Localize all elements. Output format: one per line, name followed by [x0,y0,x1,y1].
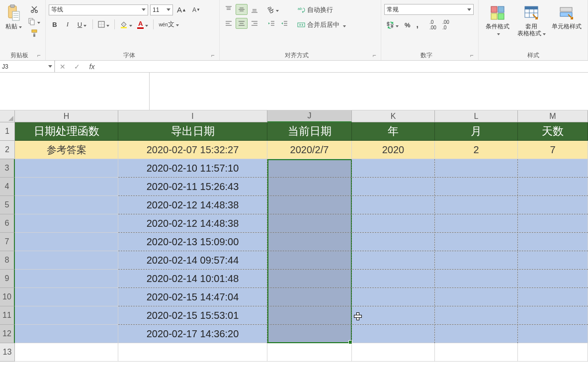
row-header-9[interactable]: 9 [0,270,15,288]
row-header-2[interactable]: 2 [0,141,15,159]
cell-M8[interactable] [518,251,588,270]
cell-H5[interactable] [15,196,118,214]
cell-K13[interactable] [352,343,435,362]
column-header-H[interactable]: H [15,110,118,122]
paste-button[interactable]: 粘贴 [3,2,24,31]
cell-M11[interactable] [518,306,588,325]
cell-J2[interactable]: 2020/2/7 [267,141,352,159]
dialog-launcher-icon[interactable]: ⌐ [371,52,378,59]
cell-K7[interactable] [352,233,435,251]
cell-J13[interactable] [267,343,352,362]
row-header-7[interactable]: 7 [0,233,15,251]
cell-I6[interactable]: 2020-02-12 14:48:38 [118,214,267,233]
cell-H4[interactable] [15,178,118,196]
increase-decimal-button[interactable]: .0.00 [427,18,438,32]
cell-K12[interactable] [352,325,435,343]
select-all-corner[interactable] [0,110,15,122]
cell-L5[interactable] [435,196,518,214]
cell-J10[interactable] [267,288,352,306]
cell-J8[interactable] [267,251,352,270]
cell-M2[interactable]: 7 [518,141,588,159]
cell-L11[interactable] [435,306,518,325]
format-as-table-button[interactable]: 套用 表格格式 [514,2,548,38]
cell-K9[interactable] [352,270,435,288]
cancel-formula-button[interactable]: ✕ [55,61,70,73]
decrease-indent-button[interactable] [265,18,277,29]
increase-font-button[interactable]: A▲ [175,4,188,15]
cell-I7[interactable]: 2020-02-13 15:09:00 [118,233,267,251]
increase-indent-button[interactable] [278,18,290,29]
cell-M3[interactable] [518,159,588,178]
cell-I11[interactable]: 2020-02-15 15:53:01 [118,306,267,325]
cell-H7[interactable] [15,233,118,251]
dialog-launcher-icon[interactable]: ⌐ [209,52,216,59]
cell-L12[interactable] [435,325,518,343]
cell-I8[interactable]: 2020-02-14 09:57:44 [118,251,267,270]
comma-button[interactable]: , [415,19,420,31]
insert-function-button[interactable]: fx [84,61,99,73]
cell-L3[interactable] [435,159,518,178]
cell-I10[interactable]: 2020-02-15 14:47:04 [118,288,267,306]
bold-button[interactable]: B [49,19,61,30]
cell-K5[interactable] [352,196,435,214]
cell-M4[interactable] [518,178,588,196]
row-header-1[interactable]: 1 [0,122,15,141]
align-left-button[interactable] [223,18,235,29]
cell-M1[interactable]: 天数 [518,122,588,141]
cell-L13[interactable] [435,343,518,362]
font-size-combo[interactable]: 11 [150,4,173,15]
cell-M10[interactable] [518,288,588,306]
wrap-text-button[interactable]: ab 自动换行 [295,4,350,16]
cell-H11[interactable] [15,306,118,325]
cell-I2[interactable]: 2020-02-07 15:32:27 [118,141,267,159]
cell-I5[interactable]: 2020-02-12 14:48:38 [118,196,267,214]
cell-L9[interactable] [435,270,518,288]
cell-H13[interactable] [15,343,118,362]
cell-L2[interactable]: 2 [435,141,518,159]
cell-J12[interactable] [267,325,352,343]
cell-H12[interactable] [15,325,118,343]
cell-I13[interactable] [118,343,267,362]
column-header-J[interactable]: J [267,110,352,122]
percent-button[interactable]: % [403,20,413,30]
cell-I1[interactable]: 导出日期 [118,122,267,141]
cell-L8[interactable] [435,251,518,270]
row-header-12[interactable]: 12 [0,325,15,343]
row-header-5[interactable]: 5 [0,196,15,214]
cell-I4[interactable]: 2020-02-11 15:26:43 [118,178,267,196]
cut-button[interactable] [26,4,42,15]
cell-J5[interactable] [267,196,352,214]
column-header-I[interactable]: I [118,110,267,122]
cell-J11[interactable] [267,306,352,325]
cell-L10[interactable] [435,288,518,306]
column-header-L[interactable]: L [435,110,518,122]
cell-H9[interactable] [15,270,118,288]
cell-I12[interactable]: 2020-02-17 14:36:20 [118,325,267,343]
align-bottom-button[interactable] [249,4,260,15]
number-format-combo[interactable]: 常规 [384,4,474,15]
cell-K2[interactable]: 2020 [352,141,435,159]
row-header-3[interactable]: 3 [0,159,15,178]
cell-K3[interactable] [352,159,435,178]
cell-H10[interactable] [15,288,118,306]
dialog-launcher-icon[interactable]: ⌐ [468,52,475,59]
cell-K1[interactable]: 年 [352,122,435,141]
cell-M7[interactable] [518,233,588,251]
format-painter-button[interactable] [26,28,42,39]
decrease-font-button[interactable]: A▼ [190,5,202,15]
cell-J1[interactable]: 当前日期 [267,122,352,141]
merge-center-button[interactable]: 合并后居中 [295,19,360,31]
cell-J9[interactable] [267,270,352,288]
cell-I3[interactable]: 2020-02-10 11:57:10 [118,159,267,178]
cell-J7[interactable] [267,233,352,251]
cell-L6[interactable] [435,214,518,233]
cell-M5[interactable] [518,196,588,214]
cell-H3[interactable] [15,159,118,178]
orientation-button[interactable]: ab [265,4,281,15]
formula-input[interactable] [149,61,588,73]
align-middle-button[interactable] [236,4,248,15]
name-box[interactable]: J3 [0,61,55,73]
copy-button[interactable] [26,16,42,27]
align-right-button[interactable] [249,18,260,29]
cell-J3[interactable] [267,159,352,178]
